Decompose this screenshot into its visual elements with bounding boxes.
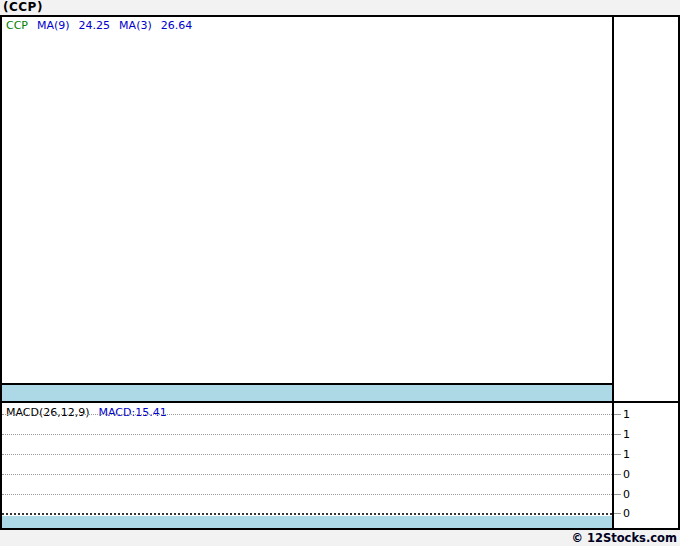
macd-tick-mark [614,513,621,514]
macd-zero-gridline [2,513,612,515]
stock-chart-page: (CCP) CCPMA(9)24.25MA(3)26.64 MACD(26,12… [0,0,680,546]
price-panel-legend: CCPMA(9)24.25MA(3)26.64 [6,19,192,32]
macd-tick-label: 0 [623,488,643,501]
macd-tick-label: 1 [623,428,643,441]
ma3-value: 26.64 [161,19,193,32]
collapsed-band-lower [2,516,612,528]
symbol-label: CCP [6,19,28,32]
macd-tick-mark [614,454,621,455]
macd-gridline [2,494,612,495]
macd-indicator-label: MACD(26,12,9) [6,406,90,419]
ma9-value: 24.25 [79,19,111,32]
macd-panel-legend: MACD(26,12,9)MACD:15.41 [6,406,167,419]
macd-gridline [2,474,612,475]
macd-tick-label: 1 [623,448,643,461]
page-title: (CCP) [3,0,43,14]
macd-tick-label: 0 [623,468,643,481]
macd-tick-label: 1 [623,408,643,421]
macd-tick-mark [614,434,621,435]
macd-tick-mark [614,474,621,475]
ma9-label: MA(9) [37,19,70,32]
macd-gridline [2,454,612,455]
macd-tick-mark [614,414,621,415]
macd-gridline [2,414,612,415]
ma3-label: MA(3) [119,19,152,32]
collapsed-band-upper [2,385,612,401]
macd-value-label: MACD:15.41 [99,406,167,419]
chart-frame: CCPMA(9)24.25MA(3)26.64 MACD(26,12,9)MAC… [0,15,680,530]
copyright-link[interactable]: © 12Stocks.com [571,531,677,545]
macd-tick-mark [614,494,621,495]
right-axis-divider [612,17,614,528]
macd-panel-top-border [2,401,678,403]
macd-tick-label: 0 [623,507,643,520]
macd-gridline [2,434,612,435]
